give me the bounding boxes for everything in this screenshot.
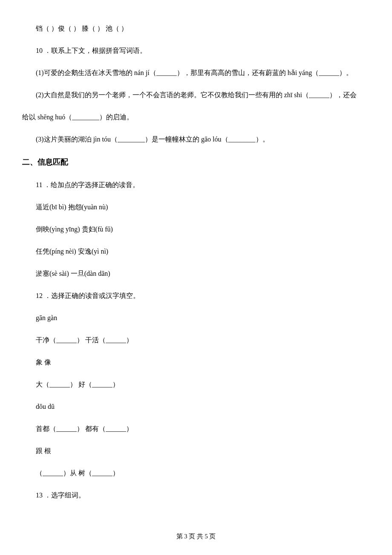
q12-row4: 大（______） 好（______） <box>22 379 370 390</box>
q11-row3: 任凭(píng nèi) 安逸(yì nì) <box>22 246 370 257</box>
q10-sub2-line1: (2)大自然是我们的另一个老师，一个不会言语的老师。它不仅教给我们一些有用的 z… <box>22 90 370 100</box>
q11-row4: 淤塞(sè sài) 一旦(dàn dān) <box>22 269 370 279</box>
q10-stem: 10 ．联系上下文，根据拼音写词语。 <box>22 46 370 56</box>
section-2-heading: 二、信息匹配 <box>22 156 370 168</box>
q12-row5: dōu dū <box>22 402 370 412</box>
page-footer: 第 3 页 共 5 页 <box>0 532 392 541</box>
q11-row1: 逼近(bī bì) 抱怨(yuàn nù) <box>22 202 370 212</box>
q11-stem: 11 ．给加点的字选择正确的读音。 <box>22 180 370 190</box>
q12-row7: 跟 根 <box>22 446 370 456</box>
q12-row1: gān gàn <box>22 313 370 323</box>
q12-row8: （______）从 树（______） <box>22 468 370 478</box>
q12-stem: 12 ．选择正确的读音或汉字填空。 <box>22 291 370 301</box>
q10-sub2-line2: 给以 shēng huó（________）的启迪。 <box>22 112 370 122</box>
q12-row3: 象 像 <box>22 357 370 367</box>
q13-stem: 13 ．选字组词。 <box>22 490 370 500</box>
q9-fragment-line: 铛（ ）俊（ ） 膝（ ） 池（ ） <box>22 23 370 34</box>
q11-row2: 倒映(yìng yīng) 贵妇(fù fū) <box>22 224 370 234</box>
q10-sub3: (3)这片美丽的湖泊 jìn tóu（________）是一幢幢林立的 gāo … <box>22 134 370 145</box>
q12-row6: 首都（______） 都有（______） <box>22 424 370 434</box>
q12-row2: 干净（______） 干活（______） <box>22 335 370 345</box>
q10-sub1: (1)可爱的企鹅生活在冰天雪地的 nán jí（______），那里有高高的雪山… <box>22 68 370 78</box>
